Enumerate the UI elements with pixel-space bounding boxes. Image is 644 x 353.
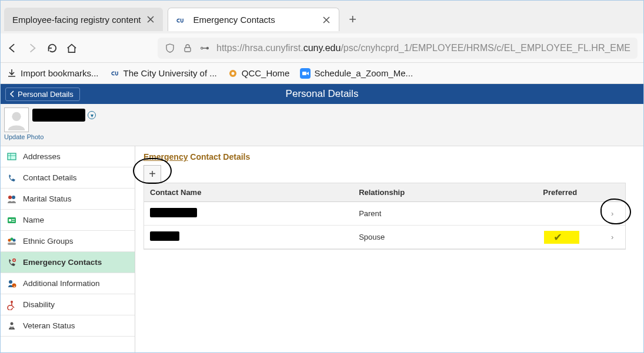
app-header: Personal Details Personal Details (1, 84, 643, 104)
lock-icon (182, 43, 193, 53)
contact-name-redacted (150, 208, 197, 217)
page-title: Personal Details (286, 88, 359, 100)
update-photo-link[interactable]: Update Photo (4, 133, 44, 140)
table-row[interactable]: Spouse ✔ › (144, 226, 625, 249)
column-header-name: Contact Name (144, 183, 353, 201)
add-contact-button[interactable]: + (144, 165, 161, 183)
zoom-icon (300, 68, 311, 79)
relationship-value: Spouse (353, 228, 540, 246)
sidebar-item-additional-information[interactable]: + Additional Information (1, 273, 135, 294)
svg-point-22 (11, 322, 14, 325)
sidebar-item-label: Veteran Status (23, 321, 75, 330)
sidebar-item-contact-details[interactable]: Contact Details (1, 167, 135, 189)
svg-rect-6 (8, 153, 16, 160)
veteran-icon (6, 321, 17, 331)
svg-text:+: + (14, 284, 16, 287)
svg-point-5 (12, 112, 21, 121)
svg-point-3 (231, 72, 234, 75)
forward-button[interactable] (26, 42, 38, 55)
bookmark-zoom[interactable]: Schedule_a_Zoom_Me... (300, 68, 413, 79)
cuny-icon: ᴄᴜ (109, 68, 120, 79)
sidebar: Addresses Contact Details Marital Status… (1, 146, 135, 353)
sidebar-item-addresses[interactable]: Addresses (1, 146, 135, 167)
permissions-icon[interactable]: ⊶ (200, 42, 209, 53)
svg-text:ᴄᴜ: ᴄᴜ (176, 16, 183, 23)
emergency-icon (6, 257, 17, 268)
sidebar-item-label: Additional Information (23, 279, 100, 288)
url-text: https://hrsa.cunyfirst.cuny.edu/psc/cnyh… (216, 43, 630, 53)
import-icon (6, 68, 17, 79)
map-icon (6, 152, 17, 162)
reload-button[interactable] (46, 42, 58, 55)
close-icon[interactable] (146, 15, 155, 23)
cuny-favicon-icon: ᴄᴜ (176, 15, 187, 25)
sidebar-item-disability[interactable]: Disability (1, 294, 135, 315)
header-back-button[interactable]: Personal Details (5, 88, 80, 101)
url-bar[interactable]: ⊶ https://hrsa.cunyfirst.cuny.edu/psc/cn… (158, 38, 638, 59)
avatar (4, 107, 29, 132)
phone-icon (6, 173, 17, 183)
svg-rect-4 (302, 72, 306, 75)
chevron-right-icon: › (599, 209, 625, 218)
svg-point-8 (12, 196, 15, 199)
groups-icon (6, 236, 17, 247)
bookmark-qcc[interactable]: QCC_Home (228, 68, 290, 79)
contacts-grid: Contact Name Relationship Preferred Pare… (144, 183, 626, 250)
check-icon: ✔ (553, 231, 562, 243)
browser-tabstrip: Employee-facing registry content ᴄᴜ Emer… (1, 1, 643, 33)
svg-point-7 (8, 196, 12, 199)
sidebar-item-label: Marital Status (23, 194, 72, 203)
table-row[interactable]: Parent › (144, 202, 625, 226)
related-actions-icon[interactable]: ▾ (88, 111, 96, 119)
sidebar-item-veteran-status[interactable]: Veteran Status (1, 315, 135, 337)
main-area: Addresses Contact Details Marital Status… (1, 146, 643, 353)
bookmark-cuny[interactable]: ᴄᴜ The City University of ... (109, 68, 217, 79)
import-bookmarks-label: Import bookmarks... (21, 68, 99, 78)
sidebar-item-label: Contact Details (23, 173, 77, 182)
browser-tab-inactive[interactable]: Employee-facing registry content (4, 8, 163, 31)
contact-name-redacted (150, 231, 179, 241)
relationship-value: Parent (353, 204, 540, 223)
sidebar-item-label: Name (23, 216, 44, 224)
tab-title: Employee-facing registry content (12, 15, 141, 25)
browser-tab-active[interactable]: ᴄᴜ Emergency Contacts (168, 8, 339, 31)
people-icon (6, 194, 17, 204)
column-header-relationship: Relationship (353, 183, 540, 201)
bookmarks-bar: Import bookmarks... ᴄᴜ The City Universi… (1, 63, 643, 84)
back-button[interactable] (6, 42, 18, 55)
bookmark-label: QCC_Home (242, 68, 290, 78)
tab-title: Emergency Contacts (193, 15, 275, 25)
bookmark-label: Schedule_a_Zoom_Me... (314, 68, 413, 78)
grid-header: Contact Name Relationship Preferred (144, 183, 625, 202)
svg-point-21 (11, 301, 13, 303)
svg-rect-1 (185, 48, 191, 52)
new-tab-button[interactable]: + (344, 11, 362, 28)
sidebar-item-ethnic-groups[interactable]: Ethnic Groups (1, 231, 135, 252)
id-icon (6, 215, 17, 226)
sidebar-item-marital-status[interactable]: Marital Status (1, 189, 135, 210)
qcc-icon (228, 68, 238, 79)
browser-toolbar: ⊶ https://hrsa.cunyfirst.cuny.edu/psc/cn… (1, 33, 643, 63)
sidebar-item-label: Disability (23, 300, 55, 309)
user-name-redacted (32, 109, 85, 122)
content-area: Emergency Contact Details + Contact Name… (135, 146, 643, 353)
svg-point-15 (13, 238, 16, 241)
bookmark-label: The City University of ... (124, 68, 217, 78)
section-title: Emergency Contact Details (144, 152, 635, 162)
svg-rect-10 (9, 219, 11, 221)
info-icon: + (6, 278, 17, 289)
sidebar-item-emergency-contacts[interactable]: Emergency Contacts (1, 252, 135, 273)
svg-rect-11 (12, 219, 15, 220)
sidebar-item-name[interactable]: Name (1, 210, 135, 231)
accessibility-icon (6, 300, 17, 310)
svg-point-18 (9, 280, 12, 284)
column-header-preferred: Preferred (540, 183, 599, 201)
chevron-right-icon: › (599, 233, 625, 241)
sidebar-item-label: Emergency Contacts (23, 258, 102, 267)
home-button[interactable] (66, 42, 78, 55)
header-back-label: Personal Details (18, 90, 74, 99)
profile-strip: ▾ Update Photo (1, 104, 643, 146)
sidebar-item-label: Addresses (23, 152, 61, 161)
import-bookmarks-button[interactable]: Import bookmarks... (6, 68, 99, 79)
close-icon[interactable] (322, 16, 331, 24)
